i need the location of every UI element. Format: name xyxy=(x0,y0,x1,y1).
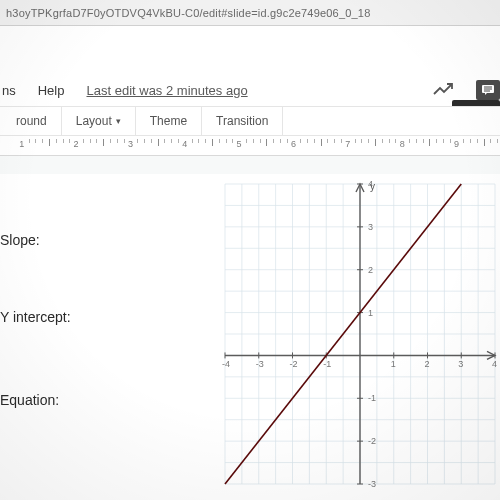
svg-text:-3: -3 xyxy=(256,359,264,369)
svg-text:2: 2 xyxy=(425,359,430,369)
trend-icon[interactable] xyxy=(432,79,454,101)
horizontal-ruler: 123456789 xyxy=(0,136,500,156)
svg-text:-2: -2 xyxy=(290,359,298,369)
svg-text:3: 3 xyxy=(368,222,373,232)
ruler-number: 5 xyxy=(237,139,242,149)
toolbar-label: Transition xyxy=(216,114,268,128)
svg-text:-1: -1 xyxy=(368,393,376,403)
toolbar-item-theme[interactable]: Theme xyxy=(136,107,202,135)
svg-text:-4: -4 xyxy=(222,359,230,369)
svg-text:1: 1 xyxy=(391,359,396,369)
label-slope: Slope: xyxy=(0,232,40,248)
toolbar: round Layout ▾ Theme Transition xyxy=(0,106,500,136)
url-bar[interactable]: h3oyTPKgrfaD7F0yOTDVQ4VkBU-C0/edit#slide… xyxy=(0,0,500,26)
ruler-number: 3 xyxy=(128,139,133,149)
menu-bar: ns Help Last edit was 2 minutes ago xyxy=(0,74,500,106)
comment-icon[interactable] xyxy=(476,80,500,100)
chevron-down-icon: ▾ xyxy=(116,116,121,126)
toolbar-label: Layout xyxy=(76,114,112,128)
header-gap xyxy=(0,26,500,74)
label-yintercept: Y intercept: xyxy=(0,309,71,325)
ruler-number: 1 xyxy=(19,139,24,149)
svg-text:3: 3 xyxy=(458,359,463,369)
toolbar-item-layout[interactable]: Layout ▾ xyxy=(62,107,136,135)
toolbar-label: round xyxy=(16,114,47,128)
toolbar-item-background[interactable]: round xyxy=(2,107,62,135)
toolbar-label: Theme xyxy=(150,114,187,128)
svg-text:y: y xyxy=(370,181,375,192)
ruler-number: 2 xyxy=(74,139,79,149)
last-edit-link[interactable]: Last edit was 2 minutes ago xyxy=(86,83,247,98)
ruler-number: 7 xyxy=(345,139,350,149)
svg-text:4: 4 xyxy=(492,359,497,369)
url-text: h3oyTPKgrfaD7F0yOTDVQ4VkBU-C0/edit#slide… xyxy=(6,7,371,19)
svg-text:2: 2 xyxy=(368,265,373,275)
ruler-number: 8 xyxy=(400,139,405,149)
slide[interactable]: Slope: Y intercept: Equation: -3-2-11234… xyxy=(0,174,500,500)
canvas-area: Slope: Y intercept: Equation: -3-2-11234… xyxy=(0,156,500,500)
svg-text:-2: -2 xyxy=(368,436,376,446)
svg-text:-3: -3 xyxy=(368,479,376,489)
line-chart: -3-2-11234-4-3-2-11234y xyxy=(220,179,500,489)
ruler-number: 4 xyxy=(182,139,187,149)
menu-item-help[interactable]: Help xyxy=(38,83,65,98)
svg-text:-1: -1 xyxy=(323,359,331,369)
ruler-number: 9 xyxy=(454,139,459,149)
label-equation: Equation: xyxy=(0,392,59,408)
menu-item-partial[interactable]: ns xyxy=(2,83,16,98)
toolbar-item-transition[interactable]: Transition xyxy=(202,107,283,135)
ruler-number: 6 xyxy=(291,139,296,149)
svg-text:1: 1 xyxy=(368,308,373,318)
